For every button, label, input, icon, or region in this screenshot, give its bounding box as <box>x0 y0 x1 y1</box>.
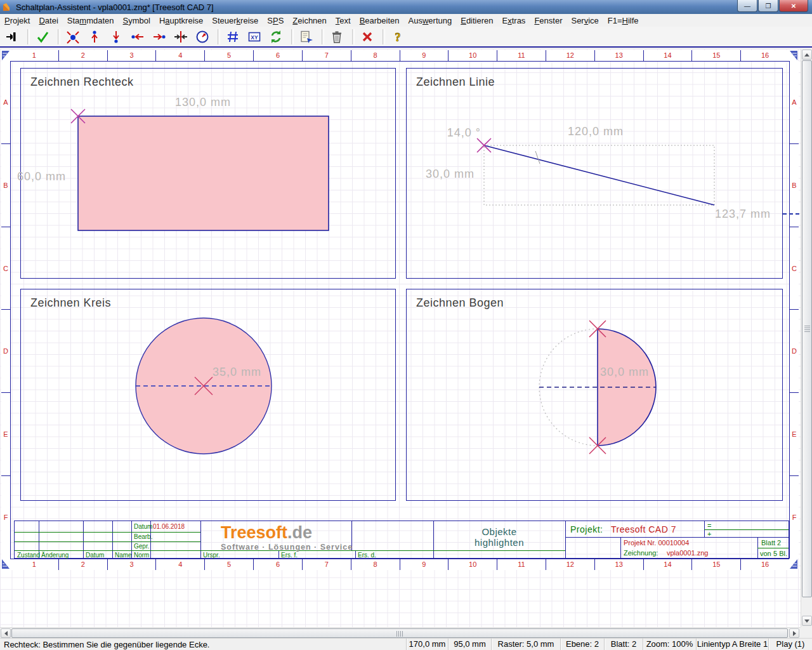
norm-label: Norm <box>134 552 149 559</box>
ers-f-label: Ers. f. <box>281 552 298 559</box>
ruler-col-15: 15 <box>691 50 740 61</box>
menu-item-sps[interactable]: SPS <box>263 15 288 27</box>
scroll-down-button[interactable] <box>802 616 812 626</box>
menu-item-steuerkreise[interactable]: Steuerkreise <box>207 15 263 27</box>
fold-corner-bottomright <box>789 559 798 569</box>
ruler-col-10: 10 <box>448 559 497 570</box>
menu-item-symbol[interactable]: Symbol <box>119 15 155 27</box>
point-up-icon[interactable] <box>86 28 105 46</box>
statusbar: Rechteck: Bestimmen Sie die gegenüber li… <box>0 638 812 650</box>
title-block: Datum 01.06.2018 Bearb. Gepr. Zustand Än… <box>14 521 789 559</box>
datum-label: Datum <box>134 523 152 530</box>
logo-tagline: Software · Lösungen · Service <box>221 543 336 552</box>
treesoft-logo: Treesoft.de <box>221 523 312 543</box>
note-line2: highlighten <box>433 537 565 548</box>
xy-coordinates-icon[interactable]: XY <box>246 28 265 46</box>
ruler-col-9: 9 <box>400 50 449 61</box>
panel-rechteck: Zeichnen Rechteck 130,0 mm 60,0 mm <box>20 68 396 279</box>
rectangle-shape <box>78 116 329 230</box>
menu-item-zeichnen[interactable]: Zeichnen <box>288 15 331 27</box>
menu-item-extras[interactable]: Extras <box>498 15 530 27</box>
menu-item-service[interactable]: Service <box>566 15 603 27</box>
menu-item-f1-hilfe[interactable]: F1=Hilfe <box>603 15 643 27</box>
bogen-radius-dim: 30,0 mm <box>600 366 660 379</box>
ruler-row-E: E <box>790 393 799 476</box>
menu-item-auswertung[interactable]: Auswertung <box>404 15 457 27</box>
ruler-col-16: 16 <box>740 559 789 570</box>
status-segment-6: Linientyp A Breite 1 <box>696 639 768 650</box>
ruler-col-7: 7 <box>302 559 351 570</box>
drawing-viewport: 12345678910111213141516 1234567891011121… <box>0 49 812 627</box>
menu-item-fenster[interactable]: Fenster <box>530 15 566 27</box>
zeichnung-label: Zeichnung: <box>624 549 658 557</box>
cancel-x-icon[interactable] <box>359 28 378 46</box>
toolbar-separator <box>322 29 324 44</box>
titlebar: Schaltplan-Assistent - vpla0001.zng* [Tr… <box>0 0 812 15</box>
vertical-scroll-thumb[interactable] <box>802 60 812 597</box>
ruler-col-6: 6 <box>253 559 302 570</box>
ruler-col-12: 12 <box>546 559 594 570</box>
restore-button[interactable]: ❐ <box>758 0 778 12</box>
clock-icon[interactable] <box>194 28 213 46</box>
projekt-value: Treesoft CAD 7 <box>611 524 676 534</box>
menu-item-stammdaten[interactable]: Stammdaten <box>63 15 119 27</box>
point-left-icon[interactable] <box>129 28 148 46</box>
ruler-row-E: E <box>1 393 10 476</box>
ruler-left: ABCDEF <box>1 61 11 559</box>
ruler-col-5: 5 <box>204 50 253 61</box>
menu-item-datei[interactable]: Datei <box>34 15 62 27</box>
toolbar: XY? <box>0 27 812 48</box>
linie-length-dim: 123,7 mm <box>715 208 778 221</box>
toolbar-separator <box>27 29 30 44</box>
name-label: Name <box>115 552 132 559</box>
close-button[interactable]: ✕ <box>779 0 808 12</box>
grid-icon[interactable] <box>225 28 244 46</box>
projekt-nr-value: Projekt Nr. 00010004 <box>624 539 689 547</box>
scroll-right-button[interactable] <box>789 628 799 638</box>
ruler-col-8: 8 <box>351 559 400 570</box>
menu-item-hauptkreise[interactable]: Hauptkreise <box>155 15 207 27</box>
scroll-up-button[interactable] <box>802 50 812 60</box>
fold-mark-right <box>783 213 799 215</box>
toolbar-separator <box>383 29 385 44</box>
status-segment-4: Blatt: 2 <box>604 639 643 650</box>
point-down-icon[interactable] <box>108 28 127 46</box>
projekt-label: Projekt: <box>570 524 603 534</box>
ruler-col-7: 7 <box>302 50 351 61</box>
point-right-icon[interactable] <box>151 28 170 46</box>
align-center-icon[interactable] <box>173 28 192 46</box>
ruler-col-11: 11 <box>497 50 546 61</box>
snap-point-icon[interactable] <box>65 28 84 46</box>
ruler-row-C: C <box>1 227 10 310</box>
ruler-col-14: 14 <box>643 559 692 570</box>
fold-corner-topright <box>789 50 798 61</box>
confirm-check-icon[interactable] <box>34 28 53 46</box>
menu-item-editieren[interactable]: Editieren <box>456 15 497 27</box>
toolbar-separator <box>218 29 220 44</box>
ruler-row-C: C <box>790 227 799 310</box>
scroll-left-button[interactable] <box>1 628 11 638</box>
properties-icon[interactable] <box>298 28 317 46</box>
vertical-scrollbar[interactable] <box>801 49 812 627</box>
ruler-col-4: 4 <box>155 559 204 570</box>
horizontal-scroll-thumb[interactable] <box>11 628 788 638</box>
ruler-col-10: 10 <box>448 50 497 61</box>
panel-linie: Zeichnen Linie 14,0 ° 120,0 mm 30,0 mm 1… <box>406 68 783 279</box>
ruler-col-6: 6 <box>253 50 302 61</box>
menu-item-bearbeiten[interactable]: Bearbeiten <box>355 15 404 27</box>
pin-icon[interactable] <box>4 28 23 46</box>
ruler-row-A: A <box>1 61 10 144</box>
ruler-col-1: 1 <box>10 559 58 570</box>
kreis-drawing <box>21 289 395 500</box>
menu-item-projekt[interactable]: Projekt <box>0 15 34 27</box>
trash-icon[interactable] <box>329 28 348 46</box>
datum2-label: Datum <box>86 552 104 559</box>
bearb-label: Bearb. <box>134 533 152 540</box>
angle-tick <box>535 151 540 164</box>
refresh-icon[interactable] <box>268 28 287 46</box>
horizontal-scrollbar[interactable] <box>0 627 801 639</box>
menu-item-text[interactable]: Text <box>331 15 355 27</box>
help-icon[interactable]: ? <box>390 28 409 46</box>
linie-dx-dim: 120,0 mm <box>532 125 659 138</box>
minimize-button[interactable]: — <box>737 0 757 12</box>
